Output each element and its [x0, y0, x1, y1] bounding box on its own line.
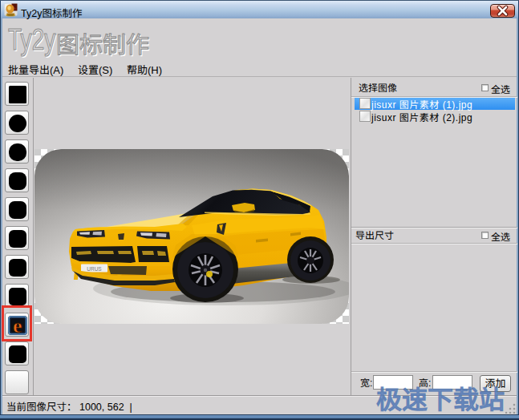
svg-text:URUS: URUS	[87, 266, 102, 272]
